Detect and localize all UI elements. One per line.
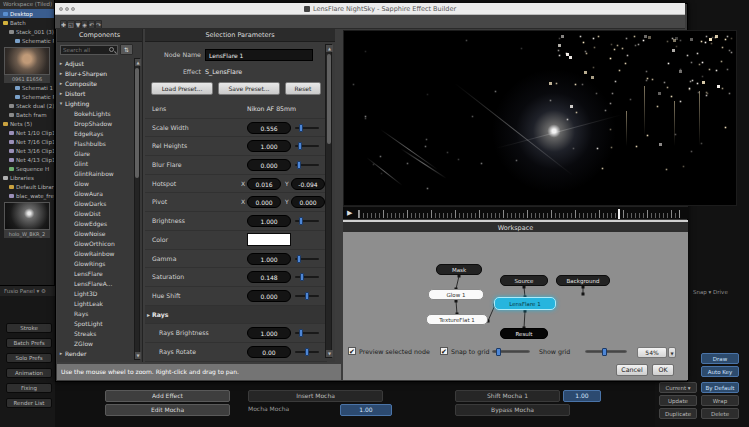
tool-button-stroke[interactable]: Stroke: [6, 323, 52, 333]
open-folder-icon[interactable]: ◱: [67, 20, 75, 29]
parameter-slider[interactable]: [295, 164, 319, 166]
play-icon[interactable]: ▶: [347, 209, 352, 217]
parameters-scrollbar[interactable]: ▲ ▼: [325, 44, 332, 358]
undo-icon[interactable]: ↶: [88, 20, 95, 29]
component-category[interactable]: ▸Adjust: [57, 58, 134, 68]
background-button-by-default[interactable]: By Default: [701, 382, 739, 393]
component-item[interactable]: GlowEdges: [57, 218, 134, 228]
component-category[interactable]: ▾Lighting: [57, 98, 134, 108]
redo-icon[interactable]: ↷: [95, 20, 102, 29]
sort-button[interactable]: ⇅: [120, 44, 133, 55]
cancel-button[interactable]: Cancel: [616, 364, 648, 376]
component-item[interactable]: Rays: [57, 308, 134, 318]
component-item[interactable]: GlowAura: [57, 188, 134, 198]
workspace-node-source[interactable]: Source: [500, 275, 548, 286]
sidebar-item[interactable]: Net 7/16 Clip1: [0, 137, 54, 146]
scroll-up-icon[interactable]: ▲: [135, 59, 141, 66]
parameter-x-value[interactable]: 0.000: [247, 196, 281, 208]
workspace-node-mask[interactable]: Mask: [436, 264, 482, 275]
color-swatch[interactable]: [247, 233, 291, 246]
component-item[interactable]: GlowDist: [57, 208, 134, 218]
grid-size-slider[interactable]: [492, 350, 530, 353]
parameter-value[interactable]: 1.000: [247, 253, 291, 265]
node-name-input[interactable]: [205, 49, 313, 61]
component-item[interactable]: Flashbulbs: [57, 138, 134, 148]
sidebar-item[interactable]: Schematic R: [0, 36, 54, 45]
scroll-up-icon[interactable]: ▲: [326, 45, 333, 52]
background-button-delete[interactable]: Delete: [701, 408, 739, 419]
workspace-node-glow-1[interactable]: Glow 1: [428, 289, 484, 300]
component-item[interactable]: LensFlareA...: [57, 278, 134, 288]
component-item[interactable]: GlowRings: [57, 258, 134, 268]
component-item[interactable]: Streaks: [57, 328, 134, 338]
component-item[interactable]: LightLeak: [57, 298, 134, 308]
component-item[interactable]: EdgeRays: [57, 128, 134, 138]
ok-button[interactable]: OK: [652, 364, 674, 376]
sidebar-item[interactable]: blac_wate_fre_1: [0, 191, 54, 200]
parameter-value[interactable]: 0.000: [247, 290, 291, 302]
component-category[interactable]: ▸Distort: [57, 88, 134, 98]
window-controls[interactable]: [59, 7, 75, 11]
parameter-slider[interactable]: [295, 258, 319, 260]
component-item[interactable]: GlintRainbow: [57, 168, 134, 178]
background-button-bypass-mocha[interactable]: Bypass Mocha: [455, 404, 570, 416]
sidebar-item[interactable]: Libraries: [0, 173, 54, 182]
sidebar-item[interactable]: Nets (5): [0, 119, 54, 128]
sidebar-item[interactable]: Stack_001 (3): [0, 27, 54, 36]
background-button-shift-mocha-1[interactable]: Shift Mocha 1: [455, 390, 560, 402]
parameter-slider[interactable]: [295, 145, 319, 147]
sidebar-item[interactable]: Schematic R: [0, 92, 54, 101]
sidebar-item[interactable]: Desktop: [0, 9, 54, 18]
playhead[interactable]: [618, 209, 620, 219]
background-button-edit-mocha[interactable]: Edit Mocha: [105, 404, 230, 416]
component-item[interactable]: Glare: [57, 148, 134, 158]
tool-button-batch-prefs[interactable]: Batch Prefs: [6, 338, 52, 348]
sidebar-item[interactable]: Stack dual (2): [0, 101, 54, 110]
sidebar-item[interactable]: Net 1/10 Clip1: [0, 128, 54, 137]
slider-handle[interactable]: [297, 255, 301, 263]
sidebar-item[interactable]: Default Library: [0, 182, 54, 191]
component-item[interactable]: Glow: [57, 178, 134, 188]
component-item[interactable]: GlowNoise: [57, 228, 134, 238]
component-item[interactable]: ZGlow: [57, 338, 134, 348]
preview-selected-node-checkbox[interactable]: ✔: [348, 347, 356, 355]
sidebar-item[interactable]: Schemati 1: [0, 83, 54, 92]
sidebar-item[interactable]: Net 4/13 Clip1: [0, 155, 54, 164]
parameter-value[interactable]: 1.000: [247, 215, 291, 227]
value-field[interactable]: 1.00: [340, 404, 392, 416]
slider-handle[interactable]: [299, 124, 303, 132]
parameter-y-value[interactable]: 0.000: [291, 196, 325, 208]
parameter-slider[interactable]: [295, 295, 319, 297]
zoom-level-dropdown[interactable]: 54%: [637, 347, 667, 358]
zoom-caret-icon[interactable]: ▼: [668, 347, 676, 358]
slider-handle[interactable]: [299, 329, 303, 337]
component-item[interactable]: BokehLights: [57, 108, 134, 118]
load-preset-button[interactable]: Load Preset...: [151, 82, 213, 95]
parameter-slider[interactable]: [295, 127, 319, 129]
parameter-value[interactable]: 0.556: [247, 122, 291, 134]
parameter-value[interactable]: 1.000: [247, 140, 291, 152]
component-item[interactable]: GlowOrthicon: [57, 238, 134, 248]
tool-button-solo-prefs[interactable]: Solo Prefs: [6, 353, 52, 363]
snap-to-grid-checkbox[interactable]: ✔: [440, 347, 448, 355]
parameter-x-value[interactable]: 0.016: [247, 178, 281, 190]
scrollbar-thumb[interactable]: [135, 68, 139, 178]
component-item[interactable]: GlowRainbow: [57, 248, 134, 258]
sidebar-thumbnail[interactable]: holo_W_BKR_2: [4, 202, 50, 238]
new-doc-icon[interactable]: ✚: [60, 20, 67, 29]
timeline-ruler[interactable]: [358, 210, 680, 218]
tool-button-fixing[interactable]: Fixing: [6, 383, 52, 393]
component-item[interactable]: DropShadow: [57, 118, 134, 128]
scrollbar-thumb[interactable]: [327, 54, 331, 144]
sidebar-thumbnail[interactable]: 0961 E1656: [4, 47, 50, 83]
slider-handle[interactable]: [297, 161, 301, 169]
zoom-slider[interactable]: [585, 350, 627, 353]
workspace-canvas[interactable]: MaskGlow 1TextureFlat 1SourceLensFlare 1…: [343, 232, 688, 380]
slider-handle[interactable]: [305, 292, 309, 300]
workspace-node-lensflare-1[interactable]: LensFlare 1: [494, 297, 556, 310]
reset-button[interactable]: Reset: [285, 82, 321, 95]
background-button-auto-key[interactable]: Auto Key: [701, 366, 739, 377]
parameter-slider[interactable]: [295, 220, 319, 222]
background-button-update[interactable]: Update: [659, 395, 697, 406]
component-item[interactable]: LensFlare: [57, 268, 134, 278]
